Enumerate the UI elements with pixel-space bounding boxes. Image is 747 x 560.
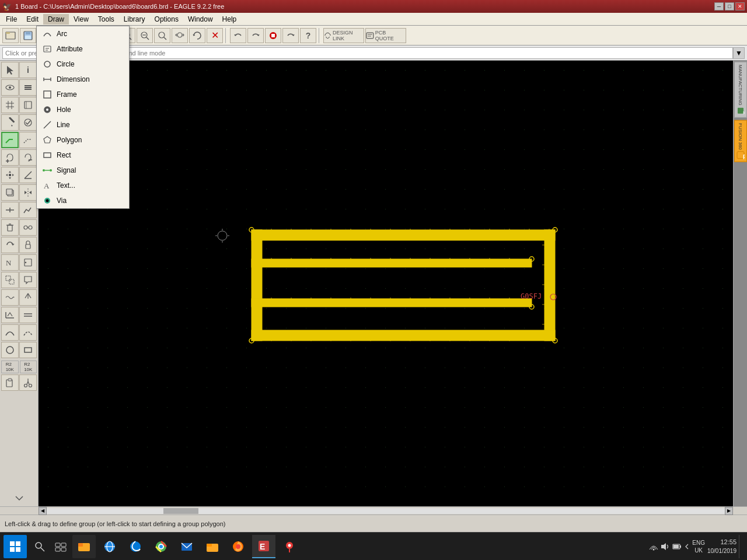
taskbar-icon-firefox[interactable]: [226, 535, 250, 558]
tool-angle[interactable]: [19, 167, 37, 183]
maximize-button[interactable]: □: [725, 2, 734, 10]
tool-measures[interactable]: [1, 307, 19, 323]
tool-change[interactable]: [1, 237, 19, 253]
command-dropdown[interactable]: ▼: [733, 47, 745, 59]
taskbar-icon-edge[interactable]: [124, 535, 147, 558]
taskbar-icon-maps[interactable]: [278, 535, 301, 558]
tool-add[interactable]: [1, 149, 19, 166]
tool-curve[interactable]: [19, 324, 37, 341]
tool-design-rules[interactable]: [19, 97, 37, 113]
tool-route-air[interactable]: [19, 132, 37, 148]
tool-name[interactable]: N: [1, 254, 19, 271]
manufacturing-badge[interactable]: M MANUFACTURING: [734, 62, 747, 118]
tool-layers[interactable]: [19, 79, 37, 96]
toolbar-btn-redo2[interactable]: [282, 28, 299, 43]
menu-options[interactable]: Options: [150, 14, 183, 24]
toolbar-btn-stop[interactable]: [265, 28, 281, 43]
tool-invoke[interactable]: [19, 272, 37, 288]
menu-view[interactable]: View: [69, 14, 93, 24]
taskbar-icon-eagle[interactable]: E: [252, 535, 275, 558]
taskbar-icon-explorer[interactable]: [72, 535, 96, 558]
collapse-arrow[interactable]: [1, 492, 37, 505]
tray-network-icon[interactable]: [649, 542, 658, 551]
menu-item-polygon[interactable]: Polygon: [37, 132, 129, 148]
tool-smash[interactable]: [19, 149, 37, 166]
tool-pencil[interactable]: [1, 114, 19, 131]
menu-item-attribute[interactable]: Attribute: [37, 41, 129, 57]
tool-attribute2[interactable]: [19, 219, 37, 236]
taskbar-search[interactable]: [29, 536, 50, 557]
menu-item-hole[interactable]: Hole: [37, 102, 129, 117]
menu-item-text[interactable]: A Text...: [37, 178, 129, 193]
menu-item-frame[interactable]: Frame: [37, 87, 129, 102]
toolbar-btn-design-link[interactable]: DESIGN LINK: [323, 28, 364, 43]
tool-copy[interactable]: [1, 184, 19, 201]
tool-cut[interactable]: [19, 374, 37, 391]
toolbar-btn-rotate[interactable]: [189, 28, 205, 43]
tool-group[interactable]: [1, 272, 19, 288]
menu-tools[interactable]: Tools: [93, 14, 119, 24]
taskbar-icon-folder2[interactable]: [201, 535, 224, 558]
menu-edit[interactable]: Edit: [22, 14, 43, 24]
toolbar-btn-pcb-quote[interactable]: PCB QUOTE: [365, 28, 406, 43]
tool-drc[interactable]: [19, 114, 37, 131]
taskbar-taskview[interactable]: [50, 536, 71, 557]
menu-file[interactable]: File: [1, 14, 22, 24]
toolbar-btn-save[interactable]: [20, 28, 36, 43]
tool-info[interactable]: i: [19, 62, 37, 78]
menu-library[interactable]: Library: [119, 14, 150, 24]
tool-arc2[interactable]: [1, 324, 19, 341]
tool-move[interactable]: [1, 167, 19, 183]
taskbar-icon-ie[interactable]: [98, 535, 121, 558]
menu-item-via[interactable]: Via: [37, 193, 129, 208]
taskbar-icon-mail[interactable]: [175, 535, 198, 558]
tool-fanout[interactable]: [19, 289, 37, 306]
toolbar-btn-help[interactable]: ?: [300, 28, 316, 43]
menu-help[interactable]: Help: [218, 14, 242, 24]
toolbar-btn-zoom-last[interactable]: [172, 28, 188, 43]
tool-rect2[interactable]: [19, 342, 37, 358]
tool-value[interactable]: [19, 254, 37, 271]
scroll-right-btn[interactable]: ▶: [725, 507, 733, 515]
scroll-left-btn[interactable]: ◀: [39, 507, 47, 515]
menu-item-dimension[interactable]: Dimension: [37, 72, 129, 87]
tool-grid[interactable]: [1, 97, 19, 113]
show-desktop-btn[interactable]: [739, 535, 742, 558]
toolbar-btn-open[interactable]: [2, 28, 19, 43]
toolbar-btn-undo[interactable]: [230, 28, 246, 43]
taskbar-icon-chrome[interactable]: [149, 535, 173, 558]
menu-item-rect[interactable]: Rect: [37, 148, 129, 163]
tray-lang[interactable]: ENG UK: [692, 539, 705, 554]
tool-circle2[interactable]: [1, 342, 19, 358]
tool-diffpair[interactable]: [19, 307, 37, 323]
tool-wire[interactable]: [1, 132, 19, 148]
tool-select[interactable]: [1, 62, 19, 78]
tool-split[interactable]: [1, 202, 19, 218]
menu-item-circle[interactable]: Circle: [37, 57, 129, 72]
close-button[interactable]: ✕: [735, 2, 745, 10]
start-button[interactable]: [4, 535, 27, 558]
toolbar-btn-zoom-in2[interactable]: [137, 28, 153, 43]
tray-clock[interactable]: 12:55 10/01/2019: [707, 537, 736, 556]
tray-speaker-icon[interactable]: [661, 542, 670, 551]
menu-draw[interactable]: Draw: [43, 14, 69, 24]
tray-expand-icon[interactable]: [684, 542, 690, 551]
fusion360-badge[interactable]: F FUSION 360: [734, 120, 747, 162]
toolbar-btn-redo[interactable]: [247, 28, 264, 43]
menu-window[interactable]: Window: [183, 14, 218, 24]
minimize-button[interactable]: ─: [714, 2, 724, 10]
scroll-thumb[interactable]: [163, 508, 198, 514]
tool-mirror[interactable]: [19, 184, 37, 201]
menu-item-signal[interactable]: Signal: [37, 163, 129, 178]
tool-lock[interactable]: [19, 237, 37, 253]
menu-item-line[interactable]: Line: [37, 117, 129, 132]
tool-optimize[interactable]: [19, 202, 37, 218]
toolbar-btn-cross[interactable]: ✕: [207, 28, 223, 43]
tool-meander[interactable]: [1, 289, 19, 306]
tool-eye[interactable]: [1, 79, 19, 96]
tool-delete[interactable]: [1, 219, 19, 236]
menu-item-arc[interactable]: Arc: [37, 26, 129, 41]
toolbar-btn-zoom-area[interactable]: [154, 28, 170, 43]
tool-paste[interactable]: [1, 374, 19, 391]
pcb-canvas[interactable]: G0SFJ: [39, 61, 733, 506]
